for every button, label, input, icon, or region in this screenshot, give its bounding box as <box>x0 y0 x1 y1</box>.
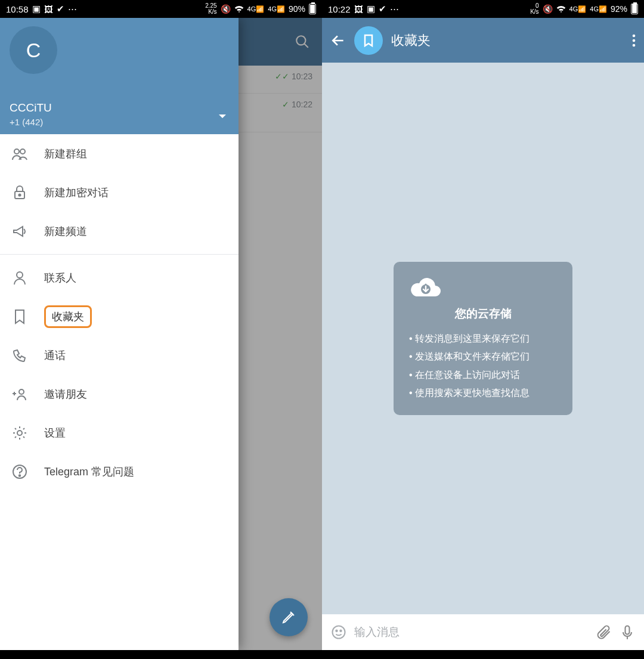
cloud-point: 转发消息到这里来保存它们 <box>409 330 557 348</box>
image-icon: 🖼 <box>354 4 363 14</box>
chat-canvas: 您的云存储 转发消息到这里来保存它们发送媒体和文件来存储它们在任意设备上访问此对… <box>322 63 644 614</box>
drawer-item-lock[interactable]: 新建加密对话 <box>0 173 239 212</box>
svg-point-2 <box>14 149 19 154</box>
emoji-icon[interactable] <box>330 624 347 641</box>
android-navbar <box>0 650 322 659</box>
android-navbar <box>322 650 644 659</box>
status-time: 10:58 <box>6 4 29 14</box>
mute-icon: 🔇 <box>221 4 231 14</box>
cloud-card-title: 您的云存储 <box>409 306 557 321</box>
svg-point-10 <box>19 475 20 476</box>
drawer-item-label: 通话 <box>44 348 66 363</box>
status-bar: 10:58 ▣ 🖼 ✔ ⋯ 2.25K/s 🔇 4G📶 4G📶 90% <box>0 0 322 18</box>
svg-point-7 <box>19 389 24 394</box>
nav-drawer: C CCCiTU +1 (442) 新建群组新建加密对话新建频道联系人收藏夹通话… <box>0 18 239 650</box>
chat-title: 收藏夹 <box>391 32 431 49</box>
drawer-item-help[interactable]: Telegram 常见问题 <box>0 452 239 491</box>
signal-4g: 4G📶 <box>569 5 587 13</box>
drawer-item-label: 新建频道 <box>44 224 87 239</box>
person-icon <box>11 270 29 286</box>
drawer-item-label: 设置 <box>44 426 66 440</box>
battery-icon <box>631 4 638 14</box>
signal-4g-2: 4G📶 <box>590 5 607 13</box>
wifi-icon <box>234 5 244 13</box>
status-time: 10:22 <box>328 4 351 14</box>
chat-header: 收藏夹 <box>322 18 644 63</box>
drawer-item-person[interactable]: 联系人 <box>0 258 239 297</box>
compose-fab[interactable] <box>270 598 308 636</box>
svg-point-16 <box>336 630 337 632</box>
megaphone-icon <box>11 224 29 239</box>
phone-left-drawer: 10:58 ▣ 🖼 ✔ ⋯ 2.25K/s 🔇 4G📶 4G📶 90% <box>0 0 322 659</box>
cloud-point: 发送媒体和文件来存储它们 <box>409 348 557 366</box>
svg-point-5 <box>18 194 20 196</box>
more-icon: ⋯ <box>390 4 399 14</box>
image-icon: 🖼 <box>44 4 53 14</box>
svg-rect-18 <box>626 626 630 635</box>
drawer-item-addperson[interactable]: 邀请朋友 <box>0 375 239 413</box>
net-speed: 0K/s <box>530 3 538 15</box>
check-icon: ✔ <box>57 4 64 14</box>
status-bar: 10:22 🖼 ▣ ✔ ⋯ 0K/s 🔇 4G📶 4G📶 92% <box>322 0 644 18</box>
drawer-item-label: 收藏夹 <box>44 305 92 328</box>
drawer-item-label: 新建群组 <box>44 147 87 161</box>
notif-icon: ▣ <box>367 4 375 14</box>
svg-point-13 <box>633 44 636 47</box>
drawer-item-label: Telegram 常见问题 <box>44 465 134 479</box>
attach-icon[interactable] <box>595 624 612 641</box>
group-icon <box>11 147 29 161</box>
saved-avatar[interactable] <box>354 26 383 55</box>
svg-point-3 <box>20 149 25 154</box>
phone-icon <box>11 348 29 363</box>
cloud-point: 使用搜索来更快地查找信息 <box>409 384 557 402</box>
lock-icon <box>11 185 29 200</box>
addperson-icon <box>11 387 29 401</box>
drawer-item-megaphone[interactable]: 新建频道 <box>0 212 239 250</box>
drawer-header[interactable]: C CCCiTU +1 (442) <box>0 18 239 134</box>
svg-point-15 <box>333 626 345 639</box>
signal-4g-2: 4G📶 <box>268 5 285 13</box>
profile-phone: +1 (442) <box>10 117 229 127</box>
message-input-bar: 输入消息 <box>322 614 644 650</box>
more-icon: ⋯ <box>68 4 77 14</box>
gear-icon <box>11 425 29 441</box>
back-icon[interactable] <box>330 33 346 48</box>
svg-point-12 <box>633 39 636 42</box>
drawer-item-bookmark[interactable]: 收藏夹 <box>0 297 239 336</box>
mic-icon[interactable] <box>619 624 636 641</box>
bookmark-icon <box>11 309 29 324</box>
avatar[interactable]: C <box>10 26 57 74</box>
check-icon: ✔ <box>379 4 386 14</box>
message-input[interactable]: 输入消息 <box>354 624 588 640</box>
svg-point-8 <box>17 431 22 435</box>
cloud-download-icon <box>409 275 557 300</box>
kebab-menu-icon[interactable] <box>632 34 636 47</box>
battery-pct: 92% <box>611 4 627 14</box>
signal-4g: 4G📶 <box>247 5 265 13</box>
notif-icon: ▣ <box>32 4 41 14</box>
battery-icon <box>309 4 316 14</box>
drawer-item-group[interactable]: 新建群组 <box>0 134 239 173</box>
divider <box>0 254 239 255</box>
profile-name: CCCiTU <box>10 101 229 115</box>
battery-pct: 90% <box>289 4 305 14</box>
wifi-icon <box>556 5 566 13</box>
phone-right-saved: 10:22 🖼 ▣ ✔ ⋯ 0K/s 🔇 4G📶 4G📶 92% 收藏夹 <box>322 0 644 659</box>
svg-point-11 <box>633 34 636 37</box>
cloud-info-card: 您的云存储 转发消息到这里来保存它们发送媒体和文件来存储它们在任意设备上访问此对… <box>394 262 572 416</box>
net-speed: 2.25K/s <box>205 3 216 15</box>
svg-point-6 <box>17 272 23 278</box>
drawer-item-label: 新建加密对话 <box>44 185 109 200</box>
cloud-point: 在任意设备上访问此对话 <box>409 366 557 384</box>
chevron-down-icon[interactable] <box>218 114 227 120</box>
drawer-item-gear[interactable]: 设置 <box>0 413 239 452</box>
help-icon <box>11 464 29 479</box>
drawer-item-label: 邀请朋友 <box>44 387 87 401</box>
drawer-item-phone[interactable]: 通话 <box>0 336 239 375</box>
svg-point-17 <box>340 630 341 632</box>
drawer-item-label: 联系人 <box>44 271 76 285</box>
mute-icon: 🔇 <box>543 4 553 14</box>
